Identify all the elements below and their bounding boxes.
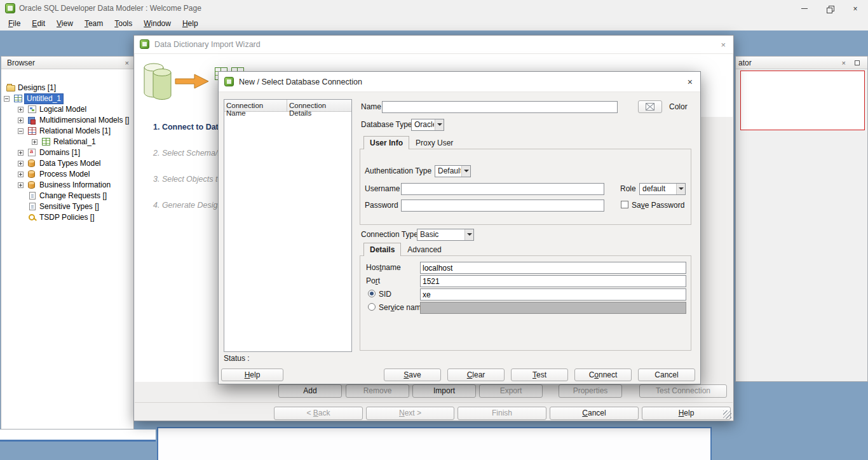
remove-connection-button[interactable]: Remove	[346, 384, 409, 398]
port-input[interactable]	[420, 275, 686, 287]
export-connection-button[interactable]: Export	[479, 384, 543, 398]
tree-item-domains[interactable]: Domains [1]	[1, 147, 133, 158]
name-label: Name	[361, 102, 381, 111]
color-picker-button[interactable]	[638, 100, 662, 113]
user-tabs: User Info Proxy User	[363, 136, 459, 149]
tree-item-logical-model[interactable]: Logical Model	[1, 104, 133, 115]
password-input[interactable]	[401, 200, 604, 212]
navigator-panel-title: ator	[738, 57, 752, 69]
expand-icon[interactable]	[18, 118, 24, 123]
tab-user-info[interactable]: User Info	[363, 136, 409, 149]
navigator-panel-header: ator ×	[736, 57, 867, 69]
next-button[interactable]: Next >	[366, 407, 454, 420]
dropdown-arrow-icon	[461, 166, 470, 177]
tree-item-relational-1[interactable]: Relational_1	[1, 137, 133, 147]
tab-details[interactable]: Details	[363, 243, 401, 256]
menu-file[interactable]: File	[3, 17, 26, 30]
menu-window[interactable]: Window	[138, 17, 177, 30]
test-button[interactable]: Test	[511, 369, 568, 381]
role-select[interactable]: default	[639, 183, 686, 195]
tree-item-sensitive-types[interactable]: Sensitive Types []	[1, 201, 133, 212]
tree-item-process-model[interactable]: Process Model	[1, 169, 133, 180]
wizard-close-button[interactable]: ×	[721, 36, 726, 54]
welcome-page-fragment-left	[0, 430, 156, 442]
resize-grip[interactable]	[723, 410, 731, 419]
restore-button[interactable]	[817, 0, 843, 17]
tree-item-relational-models[interactable]: Relational Models [1]	[1, 126, 133, 137]
hostname-input[interactable]	[420, 262, 686, 274]
finish-button[interactable]: Finish	[458, 407, 546, 420]
expand-icon[interactable]	[18, 182, 24, 188]
tree-item-data-types-model[interactable]: Data Types Model	[1, 158, 133, 169]
wizard-title: Data Dictionary Import Wizard	[154, 36, 261, 54]
connection-dialog-close-button[interactable]: ×	[688, 72, 693, 92]
wizard-titlebar[interactable]: Data Dictionary Import Wizard ×	[134, 36, 733, 54]
authentication-type-select[interactable]: Default	[435, 165, 471, 177]
connection-type-label: Connection Type	[361, 230, 418, 239]
wizard-cancel-button[interactable]: Cancel	[550, 407, 639, 420]
expand-icon[interactable]	[32, 139, 37, 145]
menu-team[interactable]: Team	[79, 17, 109, 30]
tree-item-change-requests[interactable]: Change Requests []	[1, 191, 133, 201]
dialog-cancel-button[interactable]: Cancel	[638, 369, 695, 381]
tree-item-business-information[interactable]: Business Information	[1, 180, 133, 191]
database-type-select[interactable]: Oracle	[411, 119, 444, 131]
sid-radio[interactable]	[368, 290, 376, 297]
tab-advanced[interactable]: Advanced	[401, 243, 447, 255]
expand-icon[interactable]	[18, 172, 24, 177]
menubar: File Edit View Team Tools Window Help	[0, 17, 868, 30]
tab-proxy-user[interactable]: Proxy User	[409, 136, 459, 149]
application-window: Oracle SQL Developer Data Modeler : Welc…	[0, 0, 868, 460]
navigator-restore-icon[interactable]	[855, 60, 860, 65]
save-button[interactable]: Save	[384, 369, 441, 381]
name-input[interactable]	[382, 101, 618, 113]
browser-close-icon[interactable]: ×	[125, 57, 129, 69]
import-connection-button[interactable]: Import	[412, 384, 476, 398]
column-connection-name[interactable]: Connection Name	[224, 100, 287, 111]
connect-button[interactable]: Connect	[574, 369, 632, 381]
database-connection-dialog: New / Select Database Connection × Conne…	[218, 71, 701, 384]
browser-panel-title: Browser	[7, 57, 35, 69]
add-connection-button[interactable]: Add	[278, 384, 342, 398]
expand-icon[interactable]	[18, 161, 24, 166]
menu-tools[interactable]: Tools	[109, 17, 138, 30]
test-connection-button[interactable]: Test Connection	[639, 384, 727, 398]
collapse-icon[interactable]	[18, 128, 24, 134]
no-color-icon	[646, 103, 655, 111]
back-button[interactable]: < Back	[274, 407, 363, 420]
save-password-checkbox[interactable]	[621, 201, 628, 208]
service-name-radio[interactable]	[368, 303, 376, 311]
browser-tree: Designs [1] Untitled_1 Logical Model Mul…	[1, 69, 133, 429]
tree-item-multidimensional-models[interactable]: Multidimensional Models []	[1, 115, 133, 126]
connection-dialog-titlebar[interactable]: New / Select Database Connection ×	[219, 72, 700, 92]
column-connection-details[interactable]: Connection Details	[287, 100, 351, 111]
clear-button[interactable]: Clear	[447, 369, 505, 381]
connection-list[interactable]: Connection Name Connection Details	[224, 99, 352, 352]
close-button[interactable]: ×	[843, 0, 868, 17]
properties-button[interactable]: Properties	[559, 384, 622, 398]
menu-edit[interactable]: Edit	[26, 17, 51, 30]
expand-icon[interactable]	[18, 150, 24, 156]
navigator-close-icon[interactable]: ×	[842, 57, 846, 69]
collapse-icon[interactable]	[4, 96, 10, 102]
import-arrow-icon	[174, 72, 210, 91]
wizard-help-button[interactable]: Help	[642, 407, 731, 420]
connection-dialog-title: New / Select Database Connection	[239, 72, 362, 92]
menu-help[interactable]: Help	[177, 17, 204, 30]
username-input[interactable]	[401, 183, 604, 195]
menu-view[interactable]: View	[51, 17, 79, 30]
minimize-icon	[801, 8, 808, 9]
minimize-button[interactable]	[792, 0, 817, 17]
tree-item-untitled-1[interactable]: Untitled_1	[1, 93, 133, 104]
expand-icon[interactable]	[18, 107, 24, 112]
dropdown-arrow-icon	[435, 119, 444, 130]
database-stack-icon	[140, 60, 173, 103]
connection-type-select[interactable]: Basic	[417, 229, 474, 241]
welcome-page-fragment-bottom	[157, 427, 712, 460]
tree-item-designs[interactable]: Designs [1]	[1, 83, 133, 93]
tree-item-tsdp-policies[interactable]: TSDP Policies []	[1, 212, 133, 223]
sid-input[interactable]	[420, 288, 686, 301]
hostname-label: Hostname	[366, 263, 401, 272]
help-button[interactable]: Help	[221, 369, 283, 381]
save-password-label: Save Password	[632, 201, 684, 210]
